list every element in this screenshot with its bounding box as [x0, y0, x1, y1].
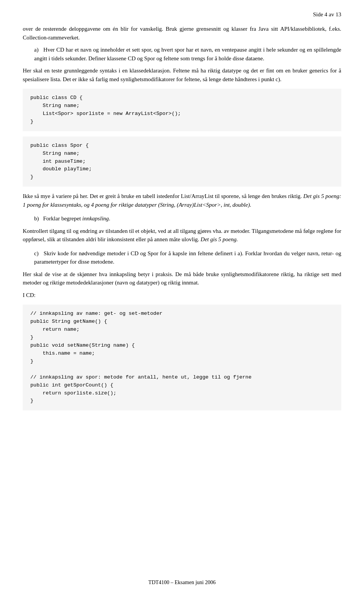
b-text-pre: Forklar begrepet — [43, 215, 82, 222]
item-b: b) Forklar begrepet innkapsling. — [34, 214, 341, 223]
item-a: a) Hver CD har et navn og inneholder et … — [34, 46, 341, 63]
a-text: Hver CD har et navn og inneholder et set… — [34, 47, 341, 61]
b-text-italic: innkapsling — [82, 215, 109, 222]
code-block-1: public class CD { String name; List<Spor… — [23, 89, 341, 131]
a-label: a) — [34, 47, 39, 53]
b-label: b) — [34, 215, 39, 222]
code-block-2: public class Spor { String name; int pau… — [23, 137, 341, 187]
page-footer: TDT4100 – Eksamen juni 2006 — [0, 580, 364, 586]
paragraph-4: Kontrollert tilgang til og endring av ti… — [23, 227, 341, 244]
b-text-post: . — [109, 215, 110, 222]
c-label: c) — [34, 250, 39, 256]
icd-label: I CD: — [23, 291, 341, 300]
c-text: Skriv kode for nødvendige metoder i CD o… — [34, 250, 341, 265]
code-block-3: // innkapsling av name: get- og set-meto… — [23, 305, 341, 410]
paragraph-3: Ikke så mye å variere på her. Det er gre… — [23, 192, 341, 209]
page-header: Side 4 av 13 — [23, 11, 341, 18]
intro-paragraph: over de resterende deloppgavene om én bl… — [23, 25, 341, 42]
paragraph-2: Her skal en teste grunnleggende syntaks … — [23, 66, 341, 83]
item-c: c) Skriv kode for nødvendige metoder i C… — [34, 249, 341, 266]
paragraph-4-italic: Det gis 5 poeng. — [201, 236, 238, 242]
paragraph-5: Her skal de vise at de skjønner hva innk… — [23, 270, 341, 287]
